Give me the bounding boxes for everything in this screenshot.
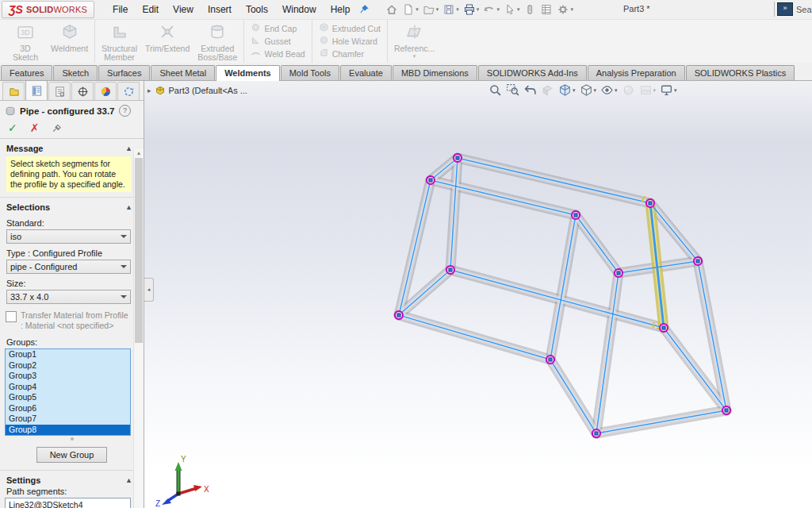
weld-bead-button[interactable]: Weld Bead xyxy=(249,48,306,60)
zoom-area-button[interactable] xyxy=(506,83,519,97)
menu-window[interactable]: Window xyxy=(275,2,324,17)
tab-surfaces[interactable]: Surfaces xyxy=(98,65,150,80)
ok-button[interactable]: ✓ xyxy=(8,121,17,134)
menu-view[interactable]: View xyxy=(166,2,201,17)
path-segment-item[interactable]: Line32@3DSketch4 xyxy=(6,498,130,508)
pipe-member[interactable] xyxy=(596,273,619,433)
chevron-down-icon[interactable]: ▾ xyxy=(594,87,597,94)
weldment-button[interactable]: Weldment xyxy=(47,21,92,62)
search-box[interactable]: » Sea xyxy=(774,2,812,17)
panel-scrollbar[interactable]: ▲ xyxy=(133,149,144,508)
structural-member-button[interactable]: StructuralMember xyxy=(98,21,141,62)
menu-edit[interactable]: Edit xyxy=(135,2,166,17)
menu-insert[interactable]: Insert xyxy=(201,2,239,17)
transfer-material-checkbox[interactable] xyxy=(6,311,17,322)
sketch-vertex-point[interactable] xyxy=(574,214,577,217)
chevron-down-icon[interactable]: ▾ xyxy=(570,6,573,13)
solidworks-logo[interactable]: ƷS SOLIDWORKS xyxy=(2,1,94,18)
hole-wizard-button[interactable]: Hole Wizard xyxy=(317,36,382,48)
save-button[interactable]: ▾ xyxy=(441,2,461,17)
chevron-down-icon[interactable]: ▾ xyxy=(573,87,576,94)
chevron-down-icon[interactable]: ▾ xyxy=(674,87,677,94)
cancel-button[interactable]: ✗ xyxy=(30,121,40,134)
menu-help[interactable]: Help xyxy=(324,2,358,17)
chevron-down-icon[interactable]: ▾ xyxy=(456,6,459,13)
chevron-down-icon[interactable]: ▾ xyxy=(517,6,520,13)
scroll-up-icon[interactable]: ▲ xyxy=(134,149,144,157)
keep-visible-pin-icon[interactable] xyxy=(52,123,63,133)
graphics-viewport[interactable]: ▸ Part3 (Default<As ... ▾▾▾▾▾ ◂ Y X Z xyxy=(144,81,812,508)
menu-tools[interactable]: Tools xyxy=(239,2,275,17)
chevron-down-icon[interactable]: ▾ xyxy=(496,6,500,13)
chevron-down-icon[interactable]: ▾ xyxy=(615,87,618,94)
chevron-down-icon[interactable]: ▾ xyxy=(416,6,419,13)
breadcrumb-expand-icon[interactable]: ▸ xyxy=(147,87,151,94)
group-list-item[interactable]: Group1 xyxy=(6,349,130,360)
model-canvas[interactable] xyxy=(144,81,811,508)
open-button[interactable]: ▾ xyxy=(421,2,441,17)
view-orientation-button[interactable]: ▾ xyxy=(558,83,576,97)
sketch-vertex-point[interactable] xyxy=(696,260,699,263)
tab-sketch[interactable]: Sketch xyxy=(53,65,98,80)
group-list-item[interactable]: Group5 xyxy=(6,392,130,403)
tab-sheet-metal[interactable]: Sheet Metal xyxy=(151,65,215,80)
sketch-vertex-point[interactable] xyxy=(595,432,598,435)
group-list-item[interactable]: Group6 xyxy=(6,403,130,414)
pin-menu-button[interactable] xyxy=(358,4,370,15)
trim-extend-button[interactable]: Trim/Extend xyxy=(141,21,193,62)
panel-tab-cam[interactable] xyxy=(117,82,140,100)
sketch-vertex-point[interactable] xyxy=(725,409,728,412)
breadcrumb[interactable]: Part3 (Default<As ... xyxy=(169,86,247,95)
search-scope-button[interactable]: » xyxy=(777,2,793,16)
group-list-item[interactable]: Group2 xyxy=(6,360,130,371)
extruded-boss-button[interactable]: ExtrudedBoss/Base xyxy=(193,21,241,62)
chamfer-button[interactable]: Chamfer xyxy=(317,48,382,60)
selections-section-header[interactable]: Selections ▲ xyxy=(0,198,144,214)
standard-dropdown[interactable]: iso xyxy=(6,229,131,244)
extruded-cut-button[interactable]: Extruded Cut xyxy=(317,22,382,34)
settings-section-header[interactable]: Settings ▲ xyxy=(0,471,144,487)
tab-solidworks-plastics[interactable]: SOLIDWORKS Plastics xyxy=(686,65,795,80)
pipe-member[interactable] xyxy=(399,315,550,360)
view-settings-button[interactable]: ▾ xyxy=(660,83,677,97)
sketch-vertex-point[interactable] xyxy=(429,179,432,182)
home-button[interactable] xyxy=(384,2,400,17)
menu-file[interactable]: File xyxy=(105,2,135,17)
pipe-member[interactable] xyxy=(596,410,726,433)
gusset-button[interactable]: Gusset xyxy=(249,36,306,48)
panel-collapse-tab[interactable]: ◂ xyxy=(144,278,154,302)
sketch-vertex-point[interactable] xyxy=(649,202,652,205)
tab-weldments[interactable]: Weldments xyxy=(216,65,279,81)
panel-tab-property-manager[interactable] xyxy=(25,80,48,100)
sketch-vertex-point[interactable] xyxy=(397,314,400,317)
select-button[interactable]: ▾ xyxy=(502,2,522,17)
message-section-header[interactable]: Message ▲ xyxy=(0,139,144,155)
sketch-vertex-point[interactable] xyxy=(449,268,452,271)
options-gear-button[interactable]: ▾ xyxy=(555,2,575,17)
type-dropdown[interactable]: pipe - Configured xyxy=(6,260,131,274)
zoom-fit-button[interactable] xyxy=(488,83,502,97)
attachment-button[interactable] xyxy=(522,2,538,17)
tab-mbd-dimensions[interactable]: MBD Dimensions xyxy=(393,65,477,80)
panel-tab-configuration[interactable] xyxy=(48,82,71,100)
previous-view-button[interactable] xyxy=(523,83,537,97)
chevron-down-icon[interactable]: ▾ xyxy=(436,6,439,13)
chevron-down-icon[interactable]: ▾ xyxy=(653,87,657,94)
resize-handle[interactable] xyxy=(71,437,74,441)
tab-features[interactable]: Features xyxy=(1,65,52,80)
tab-mold-tools[interactable]: Mold Tools xyxy=(281,65,339,80)
sketch-vertex-point[interactable] xyxy=(549,358,552,361)
panel-tab-dimxpert[interactable] xyxy=(71,82,94,100)
new-file-button[interactable]: ▾ xyxy=(400,2,420,17)
new-group-button[interactable]: New Group xyxy=(36,447,108,463)
group-list-item[interactable]: Group4 xyxy=(6,382,130,393)
panel-tab-display-manager[interactable] xyxy=(94,82,117,100)
reference-geometry-button[interactable]: Referenc...▾ xyxy=(390,21,439,62)
hide-show-items-button[interactable]: ▾ xyxy=(600,83,618,97)
sketch-vertex-point[interactable] xyxy=(456,156,459,160)
undo-button[interactable]: ▾ xyxy=(481,2,501,17)
group-list-item[interactable]: Group3 xyxy=(6,371,130,382)
tab-solidworks-add-ins[interactable]: SOLIDWORKS Add-Ins xyxy=(478,65,587,80)
sketch-vertex-point[interactable] xyxy=(662,326,665,329)
chevron-down-icon[interactable]: ▾ xyxy=(477,6,480,13)
